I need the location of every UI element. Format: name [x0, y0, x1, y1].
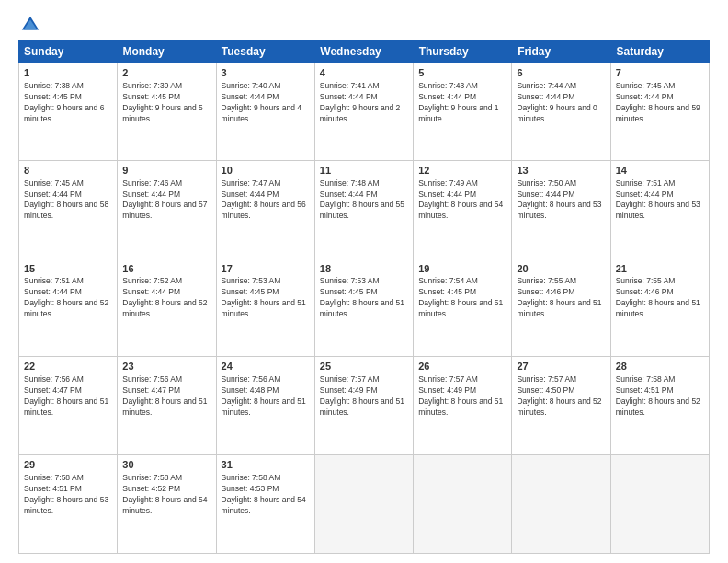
calendar-cell: 10Sunrise: 7:47 AMSunset: 4:44 PMDayligh… — [217, 161, 315, 259]
calendar-cell: 1Sunrise: 7:38 AMSunset: 4:45 PMDaylight… — [19, 63, 118, 160]
day-info: Sunrise: 7:51 AMSunset: 4:44 PMDaylight:… — [24, 276, 112, 320]
day-number: 24 — [222, 360, 310, 373]
day-info: Sunrise: 7:48 AMSunset: 4:44 PMDaylight:… — [320, 178, 408, 223]
day-number: 25 — [320, 360, 408, 373]
day-info: Sunrise: 7:51 AMSunset: 4:44 PMDaylight:… — [616, 178, 704, 223]
day-number: 6 — [517, 66, 605, 80]
day-info: Sunrise: 7:40 AMSunset: 4:44 PMDaylight:… — [222, 81, 310, 125]
day-info: Sunrise: 7:57 AMSunset: 4:50 PMDaylight:… — [517, 374, 605, 419]
calendar-cell: 18Sunrise: 7:53 AMSunset: 4:45 PMDayligh… — [315, 259, 414, 357]
day-number: 9 — [122, 164, 210, 178]
day-number: 16 — [122, 262, 210, 276]
day-info: Sunrise: 7:58 AMSunset: 4:52 PMDaylight:… — [122, 473, 210, 517]
day-info: Sunrise: 7:55 AMSunset: 4:46 PMDaylight:… — [517, 276, 605, 320]
day-number: 7 — [616, 66, 704, 80]
day-number: 20 — [517, 262, 605, 276]
calendar-cell: 27Sunrise: 7:57 AMSunset: 4:50 PMDayligh… — [512, 357, 610, 454]
calendar-week-row: 29Sunrise: 7:58 AMSunset: 4:51 PMDayligh… — [18, 455, 710, 554]
weekday-header: Saturday — [611, 40, 710, 63]
calendar-cell: 9Sunrise: 7:46 AMSunset: 4:44 PMDaylight… — [118, 161, 216, 259]
weekday-header: Wednesday — [314, 40, 413, 63]
day-info: Sunrise: 7:56 AMSunset: 4:48 PMDaylight:… — [222, 374, 310, 419]
logo-icon — [20, 15, 40, 35]
calendar-cell: 3Sunrise: 7:40 AMSunset: 4:44 PMDaylight… — [217, 63, 315, 160]
day-info: Sunrise: 7:44 AMSunset: 4:44 PMDaylight:… — [517, 81, 605, 125]
day-info: Sunrise: 7:52 AMSunset: 4:44 PMDaylight:… — [122, 276, 210, 320]
day-number: 8 — [24, 164, 112, 178]
header — [18, 15, 710, 31]
day-number: 21 — [616, 262, 704, 276]
day-number: 14 — [616, 164, 704, 178]
day-info: Sunrise: 7:58 AMSunset: 4:53 PMDaylight:… — [222, 473, 310, 517]
day-info: Sunrise: 7:58 AMSunset: 4:51 PMDaylight:… — [616, 374, 704, 419]
calendar-cell-empty — [414, 455, 512, 553]
day-number: 12 — [418, 164, 506, 178]
calendar-cell: 6Sunrise: 7:44 AMSunset: 4:44 PMDaylight… — [512, 63, 610, 160]
calendar-cell: 13Sunrise: 7:50 AMSunset: 4:44 PMDayligh… — [512, 161, 610, 259]
calendar-body: 1Sunrise: 7:38 AMSunset: 4:45 PMDaylight… — [18, 63, 710, 554]
day-info: Sunrise: 7:38 AMSunset: 4:45 PMDaylight:… — [24, 81, 112, 125]
day-number: 28 — [616, 360, 704, 373]
calendar-cell: 16Sunrise: 7:52 AMSunset: 4:44 PMDayligh… — [118, 259, 216, 357]
calendar-cell-empty — [315, 455, 414, 553]
weekday-header: Thursday — [414, 40, 512, 63]
day-number: 4 — [320, 66, 408, 80]
calendar-cell: 7Sunrise: 7:45 AMSunset: 4:44 PMDaylight… — [611, 63, 710, 160]
day-info: Sunrise: 7:45 AMSunset: 4:44 PMDaylight:… — [616, 81, 704, 125]
day-number: 13 — [517, 164, 605, 178]
day-number: 17 — [222, 262, 310, 276]
day-number: 11 — [320, 164, 408, 178]
calendar-cell: 21Sunrise: 7:55 AMSunset: 4:46 PMDayligh… — [611, 259, 710, 357]
calendar: SundayMondayTuesdayWednesdayThursdayFrid… — [18, 40, 710, 554]
day-number: 1 — [24, 66, 112, 80]
calendar-cell: 31Sunrise: 7:58 AMSunset: 4:53 PMDayligh… — [217, 455, 315, 553]
day-info: Sunrise: 7:46 AMSunset: 4:44 PMDaylight:… — [122, 178, 210, 223]
day-info: Sunrise: 7:53 AMSunset: 4:45 PMDaylight:… — [320, 276, 408, 320]
day-info: Sunrise: 7:49 AMSunset: 4:44 PMDaylight:… — [418, 178, 506, 223]
calendar-week-row: 22Sunrise: 7:56 AMSunset: 4:47 PMDayligh… — [18, 357, 710, 455]
day-info: Sunrise: 7:41 AMSunset: 4:44 PMDaylight:… — [320, 81, 408, 125]
day-number: 19 — [418, 262, 506, 276]
calendar-cell-empty — [512, 455, 610, 553]
day-number: 26 — [418, 360, 506, 373]
day-number: 10 — [222, 164, 310, 178]
day-info: Sunrise: 7:47 AMSunset: 4:44 PMDaylight:… — [222, 178, 310, 223]
day-number: 31 — [222, 458, 310, 472]
day-info: Sunrise: 7:58 AMSunset: 4:51 PMDaylight:… — [24, 473, 112, 517]
weekday-header: Sunday — [18, 40, 117, 63]
calendar-cell: 23Sunrise: 7:56 AMSunset: 4:47 PMDayligh… — [118, 357, 216, 454]
day-info: Sunrise: 7:57 AMSunset: 4:49 PMDaylight:… — [418, 374, 506, 419]
calendar-cell: 4Sunrise: 7:41 AMSunset: 4:44 PMDaylight… — [315, 63, 414, 160]
calendar-cell: 14Sunrise: 7:51 AMSunset: 4:44 PMDayligh… — [611, 161, 710, 259]
calendar-cell: 15Sunrise: 7:51 AMSunset: 4:44 PMDayligh… — [19, 259, 118, 357]
calendar-cell: 26Sunrise: 7:57 AMSunset: 4:49 PMDayligh… — [414, 357, 512, 454]
calendar-header: SundayMondayTuesdayWednesdayThursdayFrid… — [18, 40, 710, 63]
calendar-week-row: 15Sunrise: 7:51 AMSunset: 4:44 PMDayligh… — [18, 259, 710, 358]
day-info: Sunrise: 7:39 AMSunset: 4:45 PMDaylight:… — [122, 81, 210, 125]
calendar-cell: 11Sunrise: 7:48 AMSunset: 4:44 PMDayligh… — [315, 161, 414, 259]
day-info: Sunrise: 7:55 AMSunset: 4:46 PMDaylight:… — [616, 276, 704, 320]
day-number: 23 — [122, 360, 210, 373]
calendar-cell: 29Sunrise: 7:58 AMSunset: 4:51 PMDayligh… — [19, 455, 118, 553]
day-number: 15 — [24, 262, 112, 276]
day-number: 22 — [24, 360, 112, 373]
calendar-week-row: 1Sunrise: 7:38 AMSunset: 4:45 PMDaylight… — [18, 63, 710, 161]
calendar-cell: 24Sunrise: 7:56 AMSunset: 4:48 PMDayligh… — [217, 357, 315, 454]
weekday-header: Tuesday — [216, 40, 314, 63]
calendar-cell: 5Sunrise: 7:43 AMSunset: 4:44 PMDaylight… — [414, 63, 512, 160]
calendar-cell-empty — [611, 455, 710, 553]
calendar-week-row: 8Sunrise: 7:45 AMSunset: 4:44 PMDaylight… — [18, 161, 710, 259]
weekday-header: Friday — [512, 40, 610, 63]
calendar-cell: 12Sunrise: 7:49 AMSunset: 4:44 PMDayligh… — [414, 161, 512, 259]
day-number: 30 — [122, 458, 210, 472]
calendar-cell: 20Sunrise: 7:55 AMSunset: 4:46 PMDayligh… — [512, 259, 610, 357]
day-info: Sunrise: 7:57 AMSunset: 4:49 PMDaylight:… — [320, 374, 408, 419]
calendar-cell: 22Sunrise: 7:56 AMSunset: 4:47 PMDayligh… — [19, 357, 118, 454]
calendar-cell: 2Sunrise: 7:39 AMSunset: 4:45 PMDaylight… — [118, 63, 216, 160]
calendar-cell: 19Sunrise: 7:54 AMSunset: 4:45 PMDayligh… — [414, 259, 512, 357]
day-info: Sunrise: 7:53 AMSunset: 4:45 PMDaylight:… — [222, 276, 310, 320]
day-number: 3 — [222, 66, 310, 80]
day-info: Sunrise: 7:56 AMSunset: 4:47 PMDaylight:… — [122, 374, 210, 419]
day-number: 18 — [320, 262, 408, 276]
calendar-cell: 30Sunrise: 7:58 AMSunset: 4:52 PMDayligh… — [118, 455, 216, 553]
